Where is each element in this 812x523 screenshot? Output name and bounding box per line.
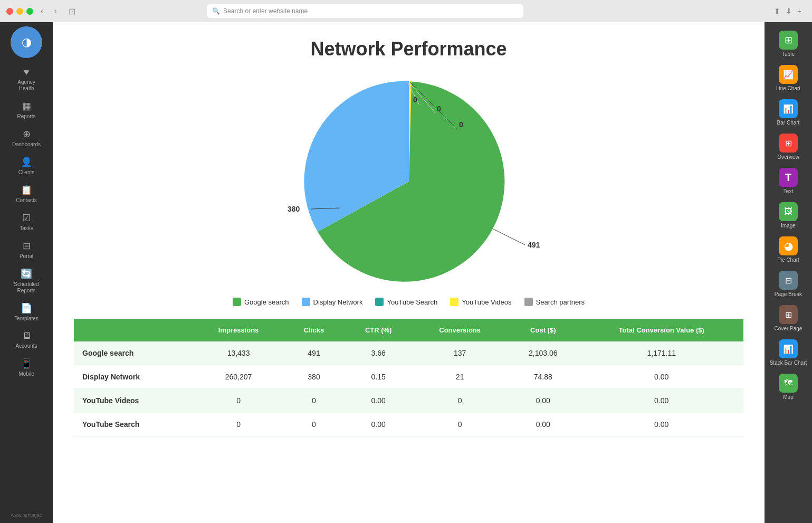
pie-chart-widget-label: Pie Chart xyxy=(777,257,799,263)
cell-tcv: 1,171.11 xyxy=(579,341,743,365)
image-widget-icon: 🖼 xyxy=(779,202,798,221)
table-row: YouTube Videos 0 0 0.00 0 0.00 0.00 xyxy=(74,389,743,413)
url-bar[interactable]: 🔍 Search or enter website name xyxy=(207,4,523,18)
cell-clicks: 0 xyxy=(284,413,343,436)
sidebar-item-reports[interactable]: ▦ Reports xyxy=(0,96,53,124)
cell-clicks: 0 xyxy=(284,389,343,413)
cell-impressions: 260,207 xyxy=(193,365,284,389)
cell-cost: 0.00 xyxy=(507,413,579,436)
table-header-row: Impressions Clicks CTR (%) Conversions C… xyxy=(74,319,743,341)
youtube-search-label: YouTube Search xyxy=(387,298,437,306)
close-button[interactable] xyxy=(6,8,13,15)
cover-page-widget-icon: ⊞ xyxy=(779,305,798,324)
bar-chart-widget-label: Bar Chart xyxy=(777,120,800,126)
overview-widget-icon: ⊞ xyxy=(779,134,798,153)
cell-conversions: 137 xyxy=(413,341,507,365)
search-partners-dot xyxy=(524,298,533,306)
download-button[interactable]: ⬇ xyxy=(786,7,792,15)
sidebar-toggle-button[interactable]: ⊡ xyxy=(64,5,80,17)
cell-tcv: 0.00 xyxy=(579,389,743,413)
cell-conversions: 0 xyxy=(413,389,507,413)
col-header-cost: Cost ($) xyxy=(507,319,579,341)
widget-stack-bar-chart[interactable]: 📊 Stack Bar Chart xyxy=(765,336,812,369)
cover-page-widget-label: Cover Page xyxy=(775,326,803,332)
traffic-lights xyxy=(6,8,33,15)
forward-button[interactable]: › xyxy=(51,5,60,17)
sidebar-item-portal[interactable]: ⊟ Portal xyxy=(0,236,53,264)
bar-chart-widget-icon: 📊 xyxy=(779,99,798,118)
logo[interactable]: ◑ xyxy=(11,26,42,58)
sidebar-footer: www.heritagac xyxy=(11,512,42,523)
browser-actions: ⬆ ⬇ + xyxy=(774,7,801,15)
col-header-conversions: Conversions xyxy=(413,319,507,341)
page-title: Network Performance xyxy=(74,38,743,60)
widget-table[interactable]: ⊞ Table xyxy=(765,27,812,61)
label-0b: 0 xyxy=(437,104,441,113)
table-row: YouTube Search 0 0 0.00 0 0.00 0.00 xyxy=(74,413,743,436)
dashboards-icon: ⊕ xyxy=(23,128,31,140)
display-network-dot xyxy=(302,298,310,306)
clients-icon: 👤 xyxy=(21,156,32,168)
legend: Google search Display Network YouTube Se… xyxy=(74,298,743,306)
widget-page-break[interactable]: ⊟ Page Break xyxy=(765,268,812,301)
stack-bar-chart-widget-icon: 📊 xyxy=(779,339,798,358)
col-header-ctr: CTR (%) xyxy=(343,319,413,341)
browser-chrome: ‹ › ⊡ 🔍 Search or enter website name ⬆ ⬇… xyxy=(0,0,812,22)
contacts-icon: 📋 xyxy=(21,184,32,196)
widget-text[interactable]: T Text xyxy=(765,165,812,198)
maximize-button[interactable] xyxy=(26,8,33,15)
col-header-name xyxy=(74,319,193,341)
label-491: 491 xyxy=(528,241,540,249)
widget-line-chart[interactable]: 📈 Line Chart xyxy=(765,62,812,95)
google-search-label: Google search xyxy=(244,298,289,306)
widget-image[interactable]: 🖼 Image xyxy=(765,199,812,232)
stack-bar-chart-widget-label: Stack Bar Chart xyxy=(770,360,807,366)
map-widget-label: Map xyxy=(783,394,793,401)
legend-item-youtube-videos: YouTube Videos xyxy=(450,298,511,306)
youtube-videos-label: YouTube Videos xyxy=(462,298,511,306)
sidebar-item-accounts[interactable]: 🖥 Accounts xyxy=(0,326,53,354)
label-0a: 0 xyxy=(459,120,463,129)
line-chart-widget-label: Line Chart xyxy=(776,85,800,92)
cell-impressions: 0 xyxy=(193,413,284,436)
sidebar-item-mobile[interactable]: 📱 Mobile xyxy=(0,354,53,382)
cell-name: Google search xyxy=(74,341,193,365)
widget-cover-page[interactable]: ⊞ Cover Page xyxy=(765,302,812,335)
legend-item-google-search: Google search xyxy=(233,298,289,306)
widget-pie-chart[interactable]: ◕ Pie Chart xyxy=(765,233,812,267)
sidebar-item-tasks[interactable]: ☑ Tasks xyxy=(0,208,53,236)
sidebar-item-clients[interactable]: 👤 Clients xyxy=(0,152,53,180)
legend-item-youtube-search: YouTube Search xyxy=(375,298,437,306)
url-text: Search or enter website name xyxy=(223,7,308,15)
youtube-videos-dot xyxy=(450,298,458,306)
table-row: Google search 13,433 491 3.66 137 2,103.… xyxy=(74,341,743,365)
new-tab-button[interactable]: + xyxy=(797,7,801,15)
back-button[interactable]: ‹ xyxy=(37,5,46,17)
share-button[interactable]: ⬆ xyxy=(774,7,780,15)
cell-name: YouTube Search xyxy=(74,413,193,436)
sidebar-item-agency-health[interactable]: ♥ AgencyHealth xyxy=(0,62,53,96)
left-sidebar: ◑ ♥ AgencyHealth ▦ Reports ⊕ Dashboards … xyxy=(0,22,53,523)
sidebar-item-dashboards[interactable]: ⊕ Dashboards xyxy=(0,124,53,152)
legend-item-display-network: Display Network xyxy=(302,298,363,306)
minimize-button[interactable] xyxy=(16,8,23,15)
sidebar-item-scheduled-reports[interactable]: 🔄 ScheduledReports xyxy=(0,264,53,298)
mobile-icon: 📱 xyxy=(21,358,32,369)
tasks-icon: ☑ xyxy=(22,212,31,224)
overview-widget-label: Overview xyxy=(777,154,799,160)
widget-bar-chart[interactable]: 📊 Bar Chart xyxy=(765,96,812,129)
cell-ctr: 3.66 xyxy=(343,341,413,365)
display-network-label: Display Network xyxy=(313,298,363,306)
cell-ctr: 0.00 xyxy=(343,413,413,436)
youtube-search-dot xyxy=(375,298,384,306)
widget-map[interactable]: 🗺 Map xyxy=(765,370,812,404)
sidebar-item-templates[interactable]: 📄 Templates xyxy=(0,298,53,326)
widget-overview[interactable]: ⊞ Overview xyxy=(765,130,812,164)
heart-icon: ♥ xyxy=(24,66,30,78)
chart-area: 0 0 0 380 491 xyxy=(74,76,743,287)
page-break-widget-label: Page Break xyxy=(775,291,802,298)
scheduled-reports-icon: 🔄 xyxy=(21,268,32,280)
cell-name: Display Network xyxy=(74,365,193,389)
reports-icon: ▦ xyxy=(22,100,31,112)
sidebar-item-contacts[interactable]: 📋 Contacts xyxy=(0,180,53,208)
